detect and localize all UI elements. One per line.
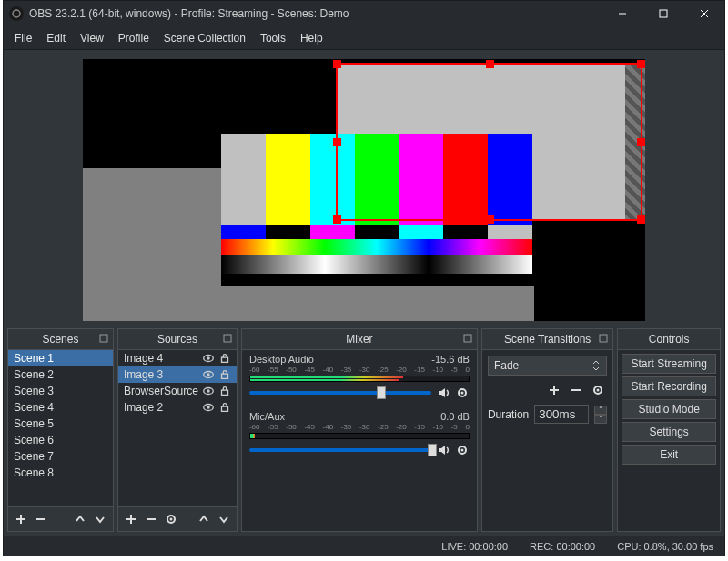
sources-list[interactable]: Image 4Image 3BrowserSourceImage 2 (118, 350, 237, 506)
transitions-body: Fade Duration ˄ ˅ (482, 350, 612, 531)
eye-icon[interactable] (202, 352, 215, 365)
meter-scale: -60-55-50-45-40-35-30-25-20-15-10-50 (249, 366, 470, 374)
chevron-up-icon[interactable]: ˄ (594, 406, 607, 415)
undock-icon[interactable] (598, 333, 609, 344)
eye-icon[interactable] (202, 368, 215, 381)
source-properties-button[interactable] (162, 510, 180, 528)
undock-icon[interactable] (462, 333, 473, 344)
lock-icon[interactable] (218, 401, 231, 414)
volume-slider[interactable] (249, 391, 431, 395)
menu-profile[interactable]: Profile (111, 28, 157, 48)
settings-button[interactable]: Settings (622, 422, 716, 442)
scene-down-button[interactable] (91, 510, 109, 528)
source-item[interactable]: Image 3 (118, 366, 237, 383)
menu-file[interactable]: File (7, 28, 39, 48)
svg-point-11 (207, 356, 210, 360)
minimize-button[interactable] (602, 1, 642, 26)
preview-canvas[interactable] (83, 59, 645, 321)
add-scene-button[interactable] (12, 510, 30, 528)
scene-item[interactable]: Scene 5 (8, 416, 113, 432)
undock-icon[interactable] (222, 333, 233, 344)
scene-item[interactable]: Scene 3 (8, 383, 113, 399)
svg-point-30 (460, 392, 463, 395)
volume-slider[interactable] (249, 448, 431, 452)
scene-item[interactable]: Scene 7 (8, 448, 113, 465)
menu-help[interactable]: Help (293, 28, 330, 48)
selection-bounding-box[interactable] (336, 63, 642, 221)
menu-tools[interactable]: Tools (253, 28, 293, 48)
audio-meter (249, 433, 470, 439)
transitions-title-label: Scene Transitions (504, 333, 591, 346)
speaker-icon[interactable] (437, 443, 451, 457)
source-item[interactable]: Image 4 (118, 350, 237, 366)
scene-item[interactable]: Scene 1 (8, 350, 113, 366)
remove-scene-button[interactable] (32, 510, 50, 528)
eye-icon[interactable] (202, 385, 215, 397)
audio-meter (249, 376, 470, 382)
add-source-button[interactable] (122, 510, 140, 528)
resize-handle-w[interactable] (333, 138, 341, 146)
gear-icon[interactable] (455, 386, 470, 400)
svg-point-14 (207, 373, 210, 376)
menu-edit[interactable]: Edit (39, 28, 73, 48)
transition-select[interactable]: Fade (488, 356, 607, 376)
mixer-channel: Mic/Aux0.0 dB-60-55-50-45-40-35-30-25-20… (242, 407, 477, 465)
resize-handle-ne[interactable] (637, 60, 645, 68)
svg-rect-9 (224, 335, 231, 342)
status-rec: REC: 00:00:00 (530, 541, 595, 552)
svg-point-26 (169, 518, 172, 521)
lock-icon[interactable] (218, 385, 231, 397)
start-streaming-button[interactable]: Start Streaming (622, 354, 716, 374)
source-down-button[interactable] (215, 510, 233, 528)
duration-input[interactable] (534, 405, 589, 424)
svg-rect-21 (221, 406, 228, 411)
channel-level: -15.6 dB (431, 354, 470, 365)
svg-rect-34 (600, 335, 607, 342)
sources-dock: Sources Image 4Image 3BrowserSourceImage… (117, 328, 238, 532)
window-title: OBS 23.2.1 (64-bit, windows) - Profile: … (29, 7, 602, 20)
chevron-down-icon[interactable]: ˅ (594, 415, 607, 424)
add-transition-button[interactable] (545, 381, 563, 399)
remove-source-button[interactable] (142, 510, 160, 528)
svg-point-17 (207, 389, 210, 393)
duration-spinner[interactable]: ˄ ˅ (594, 406, 607, 424)
transition-properties-button[interactable] (589, 381, 607, 399)
scene-item[interactable]: Scene 4 (8, 399, 113, 416)
lock-icon[interactable] (218, 368, 231, 381)
scenes-list[interactable]: Scene 1Scene 2Scene 3Scene 4Scene 5Scene… (8, 350, 113, 506)
resize-handle-nw[interactable] (333, 60, 341, 68)
svg-point-33 (460, 449, 463, 452)
titlebar: OBS 23.2.1 (64-bit, windows) - Profile: … (4, 1, 724, 26)
preview-source-gray2 (238, 286, 534, 321)
menu-view[interactable]: View (73, 28, 111, 48)
maximize-button[interactable] (642, 1, 683, 26)
transitions-dock: Scene Transitions Fade Duration ˄ (481, 328, 613, 532)
scene-item[interactable]: Scene 8 (8, 465, 113, 481)
svg-rect-2 (660, 10, 667, 17)
lock-icon[interactable] (218, 352, 231, 365)
source-up-button[interactable] (195, 510, 213, 528)
scene-up-button[interactable] (71, 510, 89, 528)
transition-current: Fade (494, 359, 592, 372)
source-item[interactable]: Image 2 (118, 399, 237, 416)
remove-transition-button[interactable] (567, 381, 585, 399)
menu-scene-collection[interactable]: Scene Collection (157, 28, 253, 48)
scenes-dock: Scenes Scene 1Scene 2Scene 3Scene 4Scene… (7, 328, 114, 532)
svg-point-39 (597, 389, 600, 392)
studio-mode-button[interactable]: Studio Mode (622, 399, 716, 419)
scene-item[interactable]: Scene 6 (8, 432, 113, 448)
resize-handle-e[interactable] (637, 138, 645, 146)
resize-handle-s[interactable] (486, 215, 494, 224)
undock-icon[interactable] (98, 333, 109, 344)
close-button[interactable] (683, 1, 724, 26)
speaker-icon[interactable] (437, 386, 451, 400)
scene-item[interactable]: Scene 2 (8, 366, 113, 383)
resize-handle-n[interactable] (486, 60, 494, 68)
eye-icon[interactable] (202, 401, 215, 414)
resize-handle-sw[interactable] (333, 215, 341, 224)
start-recording-button[interactable]: Start Recording (622, 376, 716, 396)
resize-handle-se[interactable] (637, 215, 645, 224)
source-item[interactable]: BrowserSource (118, 383, 237, 399)
exit-button[interactable]: Exit (622, 445, 716, 465)
gear-icon[interactable] (455, 443, 470, 457)
